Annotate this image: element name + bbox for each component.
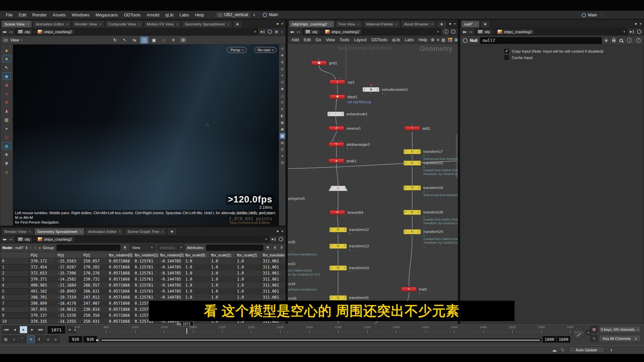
visualizer-icon[interactable]: ✳ [169,37,177,44]
tab-motion-fx-view[interactable]: Motion FX View× [144,20,181,27]
snap-tool-icon[interactable]: ◫ [140,37,148,44]
path-field[interactable]: obj › ships_crashing2 ▼ [15,236,269,242]
help-icon[interactable]: ? [280,245,283,250]
jump-end-button[interactable]: ▶▶| [37,326,45,334]
tab-scene-view[interactable]: Scene View× [1,20,32,27]
list-icon[interactable]: ▤ [441,38,445,42]
path-field[interactable]: obj › ships_crashing2 ▼ [303,28,441,35]
pane-splitter-handle[interactable]: ⣿⣿ [176,322,182,326]
back-button[interactable]: ⬅ [463,29,467,34]
palette-icon[interactable] [448,38,452,42]
tab-animation-editor[interactable]: Animation Editor× [33,20,71,27]
input-dot[interactable] [412,183,413,185]
pin-icon[interactable] [261,30,265,34]
tab-scene-graph-tree[interactable]: Scene Graph Tree× [124,228,166,235]
net-menu-help[interactable]: Help [416,37,430,43]
network-canvas[interactable]: Non-Commercial Edition Geometry ▦grid1⇣r… [288,44,458,324]
dopesheet-icon[interactable]: ⌒ [19,336,26,343]
desktop-selector[interactable]: ▯▯ UB2_vertical [215,11,251,18]
tab-tree-view[interactable]: Tree View× [335,20,363,27]
menu-file[interactable]: File [3,11,16,18]
display-toggle-icon-12[interactable]: ▣ [280,126,285,132]
null-node-icon[interactable] [463,38,468,43]
path-dropdown-icon[interactable]: ▼ [254,30,257,34]
menu-qlib[interactable]: qLib [162,11,177,18]
houdini-logo-icon[interactable]: Ĥ [612,38,615,43]
tab-close-icon[interactable]: × [138,22,140,26]
tool-point-icon[interactable]: ● [2,90,11,97]
node-crumb[interactable]: ships_crashing2 [37,237,74,242]
tab-close-icon[interactable]: × [358,22,360,26]
grid-link-icon[interactable]: ▦ [275,29,278,34]
context-crumb[interactable]: obj [304,29,319,34]
tool-character-icon[interactable]: ♟ [2,107,11,115]
viewport-canvas[interactable]: Persp▾ No cam▾ ∴ >120.0fps 3.19ms 1,928,… [13,45,279,226]
checkbox[interactable]: ✓ [504,49,509,53]
column-header[interactable]: fbx_translatio [261,252,285,258]
output-dot[interactable] [370,93,372,94]
cook-refresh-icon[interactable]: ↻ [561,347,565,353]
node-crumb[interactable]: ships_crashing2 [324,29,362,34]
timeline-ruler[interactable]: 1071 92096010001040108011201160120012401… [77,325,570,334]
view-tool-icon[interactable]: ↻ [111,37,119,44]
auto-update-dropdown[interactable]: Auto Update [569,347,604,353]
display-toggle-icon-13[interactable]: ▨ [280,133,285,139]
points-mode-icon[interactable]: ▮ [25,245,28,250]
input-dot[interactable] [412,208,413,209]
tool-lock-icon[interactable]: ◉ [2,72,11,80]
playhead[interactable] [186,328,187,334]
display-toggle-icon-11[interactable]: ▦ [280,120,285,125]
node-transform13[interactable]: ↻transform13● ○ [329,244,347,249]
input-dot[interactable] [412,124,413,125]
column-header[interactable]: fbx_rotation[1] [133,252,158,258]
playback-end-field[interactable]: 1600 [543,336,556,343]
table-row[interactable]: 0370.172-15.5563250.6570.05718680.125761… [0,258,285,264]
input-dot[interactable] [318,59,320,60]
column-header[interactable]: fbx_scale[1] [209,252,235,258]
tab-close-icon[interactable]: × [475,22,477,26]
display-toggle-icon-10[interactable]: ◧ [280,113,285,119]
search-icon[interactable] [620,39,623,42]
tool-target-icon[interactable]: ◉ [2,142,11,149]
menu-help[interactable]: Help [192,11,207,18]
output-dot[interactable] [337,249,339,251]
tool-ring-icon[interactable]: ◎ [2,133,11,141]
tool-face-icon[interactable]: ☺ [2,168,11,176]
menu-megascans[interactable]: Megascans [93,11,121,18]
playback-start-field[interactable]: 920 [84,336,97,343]
checkbox[interactable] [504,55,509,60]
path-dropdown-icon[interactable]: ▼ [265,238,268,241]
shelf-main[interactable]: Main ⋮⋮ [582,11,604,19]
tab-close-icon[interactable]: × [395,22,397,26]
path-dropdown-icon[interactable]: ▼ [623,30,626,34]
output-dot[interactable] [412,235,413,236]
tab-close-icon[interactable]: × [27,22,29,26]
node-transform16[interactable]: ↻transform16● ○Referenced from transform… [404,185,421,190]
tab-close-icon[interactable]: × [99,22,101,26]
input-dot[interactable] [337,263,339,265]
node-transform15[interactable]: ↻transform15● ○Created from Gallery Entr… [404,161,421,166]
tab-close-icon[interactable]: × [119,230,121,234]
node-polyextrude1[interactable]: ↑polyextrude1 [327,112,344,116]
radial-menu-selector[interactable]: Main [263,12,278,17]
display-toggle-icon-17[interactable]: ⊞ [280,160,285,166]
node-transform24[interactable]: ↻transform24● ○Created from Gallery Entr… [404,229,421,234]
display-toggle-icon-3[interactable]: ◎ [280,66,285,72]
tool-pose-icon[interactable]: ♟ [2,81,11,88]
play-button[interactable]: ▶ [28,326,36,334]
output-dot[interactable] [412,191,413,192]
node-reverse1[interactable]: ↺reverse1 [329,126,344,130]
tool-snowflake-icon[interactable]: ❄ [2,160,11,167]
keyframe-icon[interactable]: ▦ [590,326,598,333]
tool-arrow-icon[interactable]: ▲ [2,46,11,54]
tab-composite-view[interactable]: Composite View× [105,20,143,27]
persp-button[interactable]: Persp▾ [227,47,247,53]
back-button[interactable]: ⬅ [3,29,7,34]
attributes-input[interactable] [206,245,263,251]
forward-button[interactable]: ➡ [9,237,13,242]
move-tool-icon[interactable]: ⇆ [130,37,139,44]
help-icon[interactable]: ? [636,38,641,43]
new-tab-button[interactable]: + [233,20,242,27]
node-extrudevolume1[interactable]: ✱extrudevolume1● ○ [363,87,379,92]
display-toggle-icon-7[interactable]: △ [280,93,285,99]
